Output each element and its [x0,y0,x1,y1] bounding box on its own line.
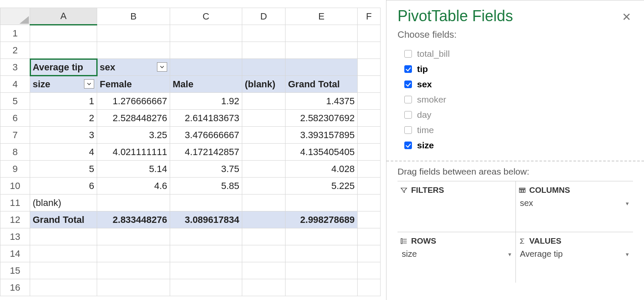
cell-A11[interactable]: (blank) [30,194,97,211]
cell-A5[interactable]: 1 [30,93,97,110]
cell-E9[interactable]: 4.028 [286,161,358,178]
col-header-B[interactable]: B [97,8,170,25]
cell-C4[interactable]: Male [170,76,242,93]
cell-C2[interactable] [170,42,242,59]
col-header-A[interactable]: A [30,8,97,25]
cell-A10[interactable]: 6 [30,178,97,194]
cell-C3[interactable] [170,59,242,76]
field-tip[interactable]: tip [404,61,633,77]
cell-D15[interactable] [242,262,286,279]
cell-B1[interactable] [97,25,170,42]
area-rows[interactable]: ROWS size▾ [398,232,515,283]
cell-F14[interactable] [358,245,381,262]
cell-B15[interactable] [97,262,170,279]
cell-C15[interactable] [170,262,242,279]
cell-F7[interactable] [358,127,381,144]
area-item-rows-size[interactable]: size▾ [400,248,513,260]
field-sex[interactable]: sex [404,77,633,92]
cell-D10[interactable] [242,178,286,194]
cell-B13[interactable] [97,228,170,245]
cell-E7[interactable]: 3.393157895 [286,127,358,144]
cell-F8[interactable] [358,144,381,161]
cell-D9[interactable] [242,161,286,178]
col-header-F[interactable]: F [358,8,381,25]
col-header-E[interactable]: E [286,8,358,25]
field-smoker[interactable]: smoker [404,92,633,107]
cell-E10[interactable]: 5.225 [286,178,358,194]
cell-C9[interactable]: 3.75 [170,161,242,178]
row-header-11[interactable]: 11 [0,194,30,211]
cell-F5[interactable] [358,93,381,110]
cell-F12[interactable] [358,211,381,228]
grid[interactable]: A B C D E F 123Average tipsex4sizeFemale… [0,8,381,296]
col-header-D[interactable]: D [242,8,286,25]
cell-F10[interactable] [358,178,381,194]
cell-D3[interactable] [242,59,286,76]
cell-B4[interactable]: Female [97,76,170,93]
chevron-down-icon[interactable]: ▾ [508,251,511,258]
cell-D14[interactable] [242,245,286,262]
cell-D12[interactable] [242,211,286,228]
cell-D8[interactable] [242,144,286,161]
area-item-values-average-tip[interactable]: Average tip▾ [518,248,631,260]
cell-D2[interactable] [242,42,286,59]
cell-F2[interactable] [358,42,381,59]
area-values[interactable]: VALUES Average tip▾ [515,232,633,283]
checkbox-icon[interactable] [404,65,412,73]
cell-C7[interactable]: 3.476666667 [170,127,242,144]
row-header-13[interactable]: 13 [0,228,30,245]
row-header-2[interactable]: 2 [0,42,30,59]
row-header-3[interactable]: 3 [0,59,30,76]
chevron-down-icon[interactable]: ▾ [626,200,629,207]
cell-A3[interactable]: Average tip [30,59,97,76]
cell-F4[interactable] [358,76,381,93]
cell-A6[interactable]: 2 [30,110,97,127]
cell-A4[interactable]: size [30,76,97,93]
cell-F1[interactable] [358,25,381,42]
cell-F3[interactable] [358,59,381,76]
cell-E15[interactable] [286,262,358,279]
cell-C6[interactable]: 2.614183673 [170,110,242,127]
checkbox-icon[interactable] [404,50,412,58]
cell-A13[interactable] [30,228,97,245]
cell-C10[interactable]: 5.85 [170,178,242,194]
cell-C13[interactable] [170,228,242,245]
cell-E11[interactable] [286,194,358,211]
cell-A2[interactable] [30,42,97,59]
col-header-C[interactable]: C [170,8,242,25]
cell-E16[interactable] [286,279,358,296]
cell-B6[interactable]: 2.528448276 [97,110,170,127]
cell-D7[interactable] [242,127,286,144]
row-header-8[interactable]: 8 [0,144,30,161]
field-size[interactable]: size [404,138,633,153]
cell-B14[interactable] [97,245,170,262]
cell-C12[interactable]: 3.089617834 [170,211,242,228]
cell-F15[interactable] [358,262,381,279]
cell-A1[interactable] [30,25,97,42]
cell-E14[interactable] [286,245,358,262]
checkbox-icon[interactable] [404,142,412,149]
cell-B2[interactable] [97,42,170,59]
cell-B10[interactable]: 4.6 [97,178,170,194]
cell-C16[interactable] [170,279,242,296]
cell-F9[interactable] [358,161,381,178]
cell-A16[interactable] [30,279,97,296]
dropdown-icon[interactable] [157,62,167,72]
row-header-14[interactable]: 14 [0,245,30,262]
cell-B3[interactable]: sex [97,59,170,76]
cell-B8[interactable]: 4.021111111 [97,144,170,161]
cell-A14[interactable] [30,245,97,262]
cell-D16[interactable] [242,279,286,296]
select-all-corner[interactable] [0,8,30,25]
cell-D11[interactable] [242,194,286,211]
checkbox-icon[interactable] [404,111,412,119]
row-header-16[interactable]: 16 [0,279,30,296]
row-header-12[interactable]: 12 [0,211,30,228]
row-header-5[interactable]: 5 [0,93,30,110]
cell-A12[interactable]: Grand Total [30,211,97,228]
cell-B16[interactable] [97,279,170,296]
cell-E3[interactable] [286,59,358,76]
field-time[interactable]: time [404,122,633,138]
cell-C11[interactable] [170,194,242,211]
checkbox-icon[interactable] [404,81,412,88]
